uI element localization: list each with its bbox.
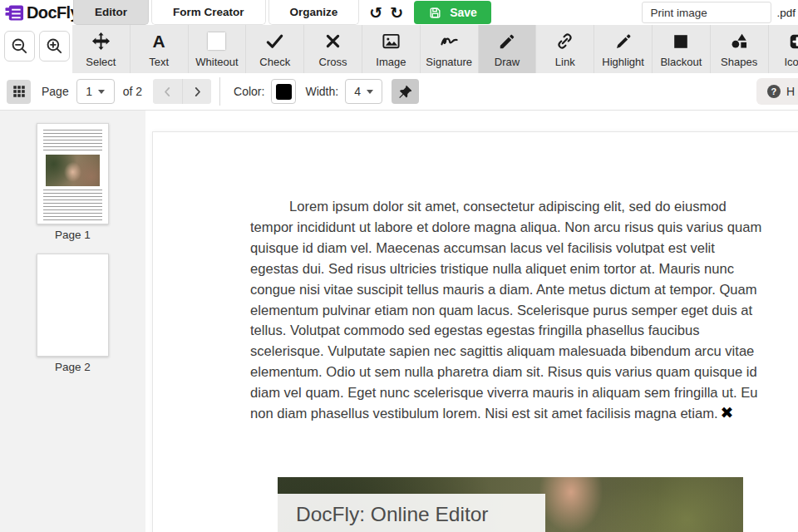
- floppy-disk-icon: [428, 6, 442, 20]
- magnifier-minus-icon: [10, 37, 29, 56]
- help-label: H: [786, 85, 795, 98]
- color-swatch-button[interactable]: [271, 79, 296, 104]
- white-square-icon: [208, 32, 225, 50]
- width-value: 4: [354, 85, 361, 98]
- tool-label: Blackout: [660, 56, 702, 68]
- plus-square-icon: [788, 32, 798, 51]
- tab-organize[interactable]: Organize: [268, 0, 360, 25]
- divider: [219, 77, 220, 106]
- document-paragraph: Lorem ipsum dolor sit amet, consectetur …: [250, 197, 762, 425]
- move-icon: [91, 32, 111, 51]
- tool-label: Highlight: [602, 56, 644, 68]
- question-circle-icon: ?: [767, 85, 781, 98]
- signature-squiggle-icon: [439, 32, 460, 51]
- document-page[interactable]: Lorem ipsum dolor sit amet, consectetur …: [152, 131, 798, 532]
- tool-signature[interactable]: Signature: [421, 25, 479, 73]
- chevron-left-icon: [160, 85, 175, 99]
- image-caption-overlay: DocFly: Online Editor: [278, 494, 545, 532]
- thumbnail-text-lines: [43, 130, 102, 151]
- tool-label: Signature: [426, 56, 472, 68]
- width-label: Width:: [305, 85, 338, 98]
- next-page-button[interactable]: [182, 79, 211, 104]
- tool-whiteout[interactable]: Whiteout: [189, 25, 247, 73]
- page-2-thumbnail-label: Page 2: [55, 361, 91, 373]
- page-1-thumbnail[interactable]: [37, 123, 109, 224]
- chevron-down-icon: [98, 90, 105, 94]
- tool-select[interactable]: Select: [72, 25, 131, 73]
- tool-image[interactable]: Image: [362, 25, 421, 73]
- chevron-down-icon: [367, 90, 373, 94]
- save-label: Save: [450, 6, 477, 19]
- docfly-logo-icon: [5, 3, 24, 22]
- page-select[interactable]: 1: [76, 79, 115, 104]
- paragraph-text: Lorem ipsum dolor sit amet, consectetur …: [250, 199, 761, 421]
- grid-view-button[interactable]: [7, 80, 31, 104]
- picture-icon: [382, 32, 401, 51]
- tool-bar: Select A Text Whiteout Check Cross: [0, 25, 798, 73]
- cross-annotation[interactable]: ✖: [721, 403, 734, 421]
- logo-text: DocFly: [27, 3, 79, 22]
- color-label: Color:: [234, 85, 264, 98]
- tool-check[interactable]: Check: [246, 25, 304, 73]
- image-caption-text: DocFly: Online Editor: [296, 503, 488, 525]
- page-label: Page: [42, 85, 69, 98]
- tool-label: Image: [376, 56, 406, 68]
- tool-label: Link: [555, 56, 575, 68]
- tool-cross[interactable]: Cross: [304, 25, 362, 73]
- zoom-in-button[interactable]: [39, 31, 70, 62]
- main-content: Page 1 Page 2 Lorem ipsum dolor sit amet…: [0, 111, 798, 532]
- page-bar: Page 1 of 2 Color: Width: 4 ? H: [0, 73, 798, 111]
- thumbnail-sidebar: Page 1 Page 2: [0, 111, 145, 532]
- chevron-right-icon: [190, 85, 204, 99]
- grid-view-icon: [12, 84, 27, 99]
- zoom-controls: [0, 25, 72, 73]
- tool-label: Draw: [495, 56, 520, 68]
- top-bar: DocFly Editor Form Creator Organize ↺ ↻ …: [0, 0, 798, 25]
- letter-a-icon: A: [153, 32, 165, 50]
- black-color-swatch: [276, 84, 292, 100]
- checkmark-icon: [265, 32, 284, 51]
- page-1-thumbnail-label: Page 1: [55, 229, 91, 241]
- tool-strip: Select A Text Whiteout Check Cross: [72, 25, 798, 73]
- chain-link-icon: [555, 32, 574, 51]
- filename-input[interactable]: [642, 2, 771, 23]
- tab-editor[interactable]: Editor: [73, 0, 149, 25]
- tab-form-creator[interactable]: Form Creator: [151, 0, 266, 25]
- black-square-icon: [672, 32, 690, 51]
- tool-link[interactable]: Link: [536, 25, 594, 73]
- current-page-value: 1: [86, 85, 92, 98]
- tool-highlight[interactable]: Highlight: [594, 25, 653, 73]
- tool-draw[interactable]: Draw: [479, 25, 537, 73]
- thumbnail-text-lines: [43, 190, 102, 220]
- pencil-icon: [498, 32, 516, 51]
- tool-label: Text: [149, 56, 169, 68]
- tool-blackout[interactable]: Blackout: [653, 25, 711, 73]
- save-button[interactable]: Save: [414, 1, 491, 24]
- page-count-label: of 2: [123, 85, 142, 98]
- zoom-out-button[interactable]: [4, 31, 35, 62]
- tool-label: Select: [86, 56, 116, 68]
- tool-icons[interactable]: Icons: [769, 25, 798, 73]
- tool-label: Shapes: [721, 56, 757, 68]
- tool-label: Icons: [784, 56, 798, 68]
- pin-toolbar-button[interactable]: [392, 79, 419, 104]
- document-image[interactable]: DocFly: Online Editor: [278, 477, 743, 532]
- tool-label: Whiteout: [195, 56, 238, 68]
- page-nav-group: [153, 79, 211, 104]
- tool-label: Cross: [319, 56, 347, 68]
- redo-button[interactable]: ↻: [390, 5, 403, 21]
- tool-label: Check: [259, 56, 290, 68]
- width-select[interactable]: 4: [345, 79, 382, 104]
- highlighter-icon: [613, 32, 633, 51]
- previous-page-button[interactable]: [153, 79, 182, 104]
- tool-shapes[interactable]: Shapes: [711, 25, 769, 73]
- shapes-icon: [730, 32, 749, 51]
- pushpin-icon: [397, 84, 413, 100]
- cross-icon: [324, 32, 342, 50]
- editor-canvas[interactable]: Lorem ipsum dolor sit amet, consectetur …: [145, 111, 798, 532]
- tool-text[interactable]: A Text: [131, 25, 189, 73]
- help-button[interactable]: ? H: [756, 78, 798, 105]
- undo-button[interactable]: ↺: [369, 5, 382, 21]
- file-extension: .pdf: [771, 7, 798, 19]
- page-2-thumbnail[interactable]: [37, 254, 109, 357]
